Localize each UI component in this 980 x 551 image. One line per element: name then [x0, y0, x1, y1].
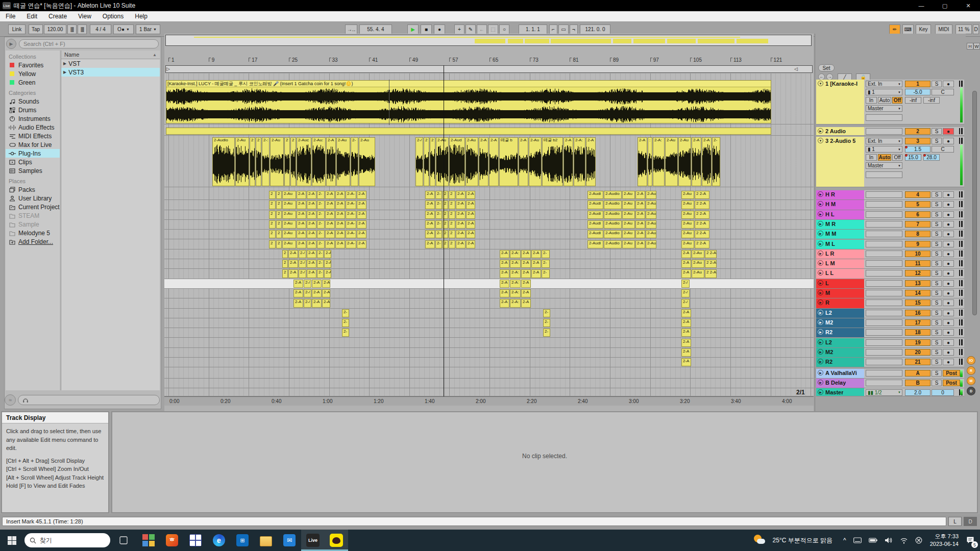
start-button[interactable] [0, 530, 23, 551]
audio-clip[interactable]: 2 2-A [695, 230, 709, 238]
audio-clip[interactable]: 2-A [335, 191, 345, 199]
lane-m-l[interactable]: 222-Au2-A2-A2-2-A2-A2-A-2-A2-A2-222-A2-A… [164, 240, 814, 249]
menu-view[interactable]: View [72, 11, 97, 21]
audio-clip[interactable]: 2-Au [646, 201, 656, 209]
audio-clip[interactable]: 2 [269, 191, 276, 199]
track-header-3-2-audio-5[interactable]: ▼3 2-Audio 5Ext. In▼▮ 1▼InAutoOffMaster▼… [816, 137, 964, 187]
track-number[interactable]: 15 [905, 299, 930, 306]
audio-clip[interactable]: 2-Audi [587, 211, 603, 219]
sidebar-item-current-project[interactable]: Current Project [6, 203, 60, 211]
track-header-r2[interactable]: ▶R221S● [816, 358, 964, 367]
io-box[interactable] [866, 280, 902, 287]
disclosure-icon[interactable]: ▶ [818, 339, 823, 345]
tempo-field[interactable]: 120.00 [44, 24, 66, 34]
sidebar-item-green[interactable]: Green [6, 78, 60, 87]
audio-clip[interactable]: 2 [276, 191, 282, 199]
stop-button[interactable]: ■ [421, 24, 432, 34]
sidebar-item-midi-effects[interactable]: MIDI Effects [6, 132, 60, 140]
arm-button[interactable]: ● [943, 359, 954, 365]
audio-clip[interactable]: 2-Au [646, 211, 656, 219]
audio-clip[interactable]: 2 [282, 269, 288, 278]
track-number[interactable]: 3 [905, 138, 930, 144]
arrangement-overview[interactable] [165, 35, 812, 46]
toggle-badge-io[interactable]: IO [967, 356, 975, 365]
disclosure-icon[interactable]: ▶ [818, 270, 823, 276]
track-lanes[interactable]: [Karaoke-Inst.] LUCY - 떼굴떼굴 _ 루시 코인노래방 🎤… [164, 73, 814, 396]
arm-button[interactable]: ● [943, 241, 954, 247]
audio-clip[interactable]: 2-Audio [604, 240, 622, 248]
audio-clip[interactable]: 2-A [521, 289, 531, 297]
taskbar-clock[interactable]: 오후 7:332023-06-14 [930, 533, 959, 548]
audio-clip[interactable]: 2-A [521, 260, 531, 268]
audio-clip[interactable]: 2- [317, 201, 325, 209]
preview-bar[interactable] [18, 395, 160, 405]
track-header-l-l[interactable]: ▶L L12S● [816, 269, 964, 279]
audio-clip[interactable]: 2-A [357, 220, 366, 229]
sidebar-item-melodyne-5[interactable]: Melodyne 5 [6, 229, 60, 237]
lane-m-m[interactable]: 222-Au2-A2-A2-2-A2-A2-A-2-A2-A2-222-A2-A… [164, 230, 814, 239]
arm-button[interactable]: ● [943, 310, 954, 316]
arm-button[interactable]: ● [943, 81, 954, 87]
audio-clip[interactable]: 2-A: [510, 260, 521, 268]
lane-h-r[interactable]: 222-Au2-A2-A2-2-A2-A2-A-2-A2-A2-222-A2-A… [164, 190, 814, 200]
send-a-field[interactable]: -inf [905, 97, 921, 104]
nudge-down-button[interactable]: |||| [67, 24, 77, 34]
audio-clip[interactable]: 2-A [307, 201, 316, 209]
audio-clip[interactable]: 2 [269, 230, 276, 238]
audio-clip[interactable]: 2 [276, 220, 282, 229]
audio-clip[interactable]: 2-A [681, 319, 691, 327]
disclosure-icon[interactable]: ▶ [818, 201, 823, 207]
audio-clip[interactable]: 2-: [262, 137, 270, 186]
audio-clip[interactable]: 떼굴 b [499, 137, 518, 186]
audio-clip[interactable]: 2-A [324, 269, 331, 278]
audio-clip[interactable]: 2- [351, 137, 358, 186]
audio-clip[interactable]: 2-A [357, 191, 366, 199]
lane-h-m[interactable]: 222-Au2-A2-A2-2-A2-A2-A-2-A2-A2-222-A2-A… [164, 200, 814, 210]
audio-clip[interactable]: 2 2-A [695, 191, 709, 199]
solo-button[interactable]: S [932, 380, 942, 386]
audio-clip[interactable]: 2 [276, 201, 282, 209]
audio-clip[interactable]: 2-A [531, 250, 541, 258]
solo-button[interactable]: S [932, 310, 942, 316]
audio-clip[interactable]: 2-A [466, 230, 475, 238]
disclosure-icon[interactable]: ▶ [818, 280, 823, 286]
audio-clip[interactable]: 2-A [681, 329, 691, 337]
track-header-master[interactable]: ▶Master▮▮ 1/2▼2.00 [816, 388, 964, 396]
audio-clip[interactable]: 2- [435, 240, 442, 248]
audio-clip[interactable]: 2-A [297, 230, 306, 238]
audio-clip[interactable]: 2-A [466, 191, 475, 199]
io-box[interactable] [866, 221, 902, 228]
disclosure-icon[interactable]: ▼ [818, 81, 823, 86]
sidebar-item-sounds[interactable]: Sounds [6, 97, 60, 106]
audio-clip[interactable]: 2- [435, 191, 442, 199]
audio-clip[interactable]: 2-Au [622, 211, 635, 219]
audio-clip[interactable]: 2-A [335, 230, 345, 238]
audio-clip[interactable]: 2 2-A [695, 201, 709, 209]
disclosure-icon[interactable]: ▶ [818, 380, 823, 385]
speaker-icon[interactable] [885, 537, 893, 544]
audio-clip[interactable]: : [648, 137, 652, 186]
taskbar-app-taskgrid[interactable] [184, 530, 207, 551]
audio-clip[interactable]: 2-A [322, 299, 330, 307]
lane-l[interactable]: 2-A2-/2-A2-A2-A2-A:2-A2-/ [164, 279, 814, 289]
audio-clip[interactable]: 2-Audio [212, 137, 235, 186]
audio-clip[interactable]: 2-A [456, 240, 465, 248]
solo-button[interactable]: S [932, 280, 942, 287]
solo-button[interactable]: S [932, 211, 942, 218]
audio-clip[interactable]: 2 [284, 137, 290, 186]
io-box[interactable] [866, 290, 902, 296]
menu-options[interactable]: Options [97, 11, 129, 21]
audio-clip[interactable]: 2-A [521, 269, 531, 278]
audio-clip[interactable]: 2-A [293, 299, 303, 307]
audio-clip[interactable]: 2-A [293, 280, 303, 288]
solo-button[interactable]: S [932, 359, 942, 365]
audio-clip[interactable]: 2- [317, 211, 325, 219]
audio-clip[interactable]: 2-A [531, 269, 541, 278]
track-number[interactable]: 20 [905, 349, 930, 356]
audio-clip[interactable]: 2-Au [681, 230, 694, 238]
audio-clip[interactable]: 2- [543, 309, 550, 317]
audio-clip[interactable]: 2-A [500, 250, 509, 258]
audio-clip[interactable]: 2-A [692, 137, 701, 186]
taskbar-app-kakaotalk[interactable] [325, 530, 348, 551]
monitor-in-button[interactable]: In [866, 154, 877, 161]
